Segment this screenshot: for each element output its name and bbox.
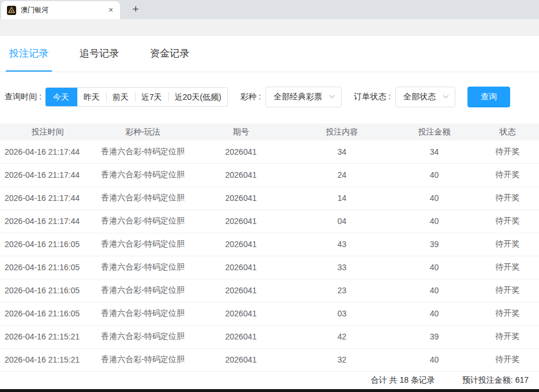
order-status-value: 全部状态 bbox=[403, 92, 436, 102]
summary-bar: 合计 共 18 条记录 预计投注金额: 617 bbox=[0, 372, 539, 390]
cell-bet-time: 2026-04-16 21:15:21 bbox=[0, 348, 95, 371]
table-row: 2026-04-16 21:17:44 香港六合彩-特码定位胆 2026041 … bbox=[0, 186, 539, 210]
col-game-play: 彩种-玩法 bbox=[95, 124, 190, 140]
browser-tab[interactable]: 澳门银河 × bbox=[1, 1, 120, 19]
time-option-last-7-days[interactable]: 近7天 bbox=[135, 88, 169, 106]
lottery-type-value: 全部经典彩票 bbox=[274, 92, 322, 102]
table-row: 2026-04-16 21:16:05 香港六合彩-特码定位胆 2026041 … bbox=[0, 256, 539, 279]
cell-bet-amount: 39 bbox=[392, 325, 476, 348]
cell-status: 待开奖 bbox=[476, 233, 539, 256]
tab-bet-records[interactable]: 投注记录 bbox=[6, 36, 52, 72]
cell-game-play: 香港六合彩-特码定位胆 bbox=[95, 163, 190, 186]
lottery-type-select[interactable]: 全部经典彩票 bbox=[265, 87, 342, 107]
tab-title: 澳门银河 bbox=[21, 5, 106, 15]
cell-issue: 2026041 bbox=[190, 256, 291, 279]
chevron-down-icon bbox=[443, 95, 449, 99]
cell-status: 待开奖 bbox=[476, 279, 539, 302]
cell-bet-time: 2026-04-16 21:16:05 bbox=[0, 279, 95, 302]
tab-chase-records-label: 追号记录 bbox=[80, 47, 119, 60]
col-issue: 期号 bbox=[190, 124, 291, 140]
cell-bet-amount: 34 bbox=[392, 140, 476, 163]
cell-game-play: 香港六合彩-特码定位胆 bbox=[95, 140, 190, 163]
time-option-yesterday[interactable]: 昨天 bbox=[77, 88, 106, 106]
table-body: 2026-04-16 21:17:44 香港六合彩-特码定位胆 2026041 … bbox=[0, 140, 539, 371]
cell-bet-amount: 40 bbox=[392, 279, 476, 302]
cell-game-play: 香港六合彩-特码定位胆 bbox=[95, 186, 190, 210]
site-favicon-icon bbox=[7, 6, 16, 15]
estimated-amount-text: 预计投注金额: 617 bbox=[462, 375, 529, 386]
cell-status: 待开奖 bbox=[476, 163, 539, 186]
bottom-edge-bar bbox=[0, 389, 539, 392]
table-row: 2026-04-16 21:15:21 香港六合彩-特码定位胆 2026041 … bbox=[0, 348, 539, 371]
col-bet-content: 投注内容 bbox=[291, 124, 392, 140]
cell-bet-content: 42 bbox=[291, 325, 392, 348]
cell-issue: 2026041 bbox=[190, 210, 291, 233]
tab-fund-records[interactable]: 资金记录 bbox=[147, 36, 193, 72]
cell-game-play: 香港六合彩-特码定位胆 bbox=[95, 302, 190, 325]
cell-issue: 2026041 bbox=[190, 140, 291, 163]
table-row: 2026-04-16 21:17:44 香港六合彩-特码定位胆 2026041 … bbox=[0, 210, 539, 233]
lottery-type-label: 彩种 : bbox=[240, 92, 261, 102]
cell-issue: 2026041 bbox=[190, 233, 291, 256]
browser-tab-bar: 澳门银河 × + bbox=[0, 0, 539, 19]
cell-bet-amount: 40 bbox=[392, 163, 476, 186]
cell-bet-content: 14 bbox=[291, 186, 392, 210]
cell-game-play: 香港六合彩-特码定位胆 bbox=[95, 325, 190, 348]
time-option-today[interactable]: 今天 bbox=[45, 87, 77, 107]
cell-status: 待开奖 bbox=[476, 256, 539, 279]
cell-bet-content: 33 bbox=[291, 256, 392, 279]
cell-bet-time: 2026-04-16 21:15:21 bbox=[0, 325, 95, 348]
cell-bet-amount: 40 bbox=[392, 348, 476, 371]
table-header: 投注时间 彩种-玩法 期号 投注内容 投注金额 状态 bbox=[0, 124, 539, 140]
browser-toolbar bbox=[0, 19, 539, 36]
cell-bet-time: 2026-04-16 21:16:05 bbox=[0, 302, 95, 325]
cell-status: 待开奖 bbox=[476, 186, 539, 210]
cell-issue: 2026041 bbox=[190, 279, 291, 302]
new-tab-button[interactable]: + bbox=[128, 2, 143, 17]
cell-status: 待开奖 bbox=[476, 325, 539, 348]
cell-bet-content: 24 bbox=[291, 163, 392, 186]
cell-bet-time: 2026-04-16 21:17:44 bbox=[0, 163, 95, 186]
cell-bet-time: 2026-04-16 21:16:05 bbox=[0, 233, 95, 256]
filter-row: 查询时间 : 今天 昨天 前天 近7天 近20天(低频) 彩种 : 全部经典彩票… bbox=[0, 72, 539, 124]
cell-issue: 2026041 bbox=[190, 348, 291, 371]
cell-issue: 2026041 bbox=[190, 302, 291, 325]
chevron-down-icon bbox=[329, 95, 335, 99]
close-icon[interactable]: × bbox=[106, 6, 115, 15]
cell-status: 待开奖 bbox=[476, 140, 539, 163]
cell-bet-amount: 40 bbox=[392, 186, 476, 210]
table-row: 2026-04-16 21:17:44 香港六合彩-特码定位胆 2026041 … bbox=[0, 140, 539, 163]
cell-bet-time: 2026-04-16 21:16:05 bbox=[0, 256, 95, 279]
order-status-select[interactable]: 全部状态 bbox=[395, 87, 455, 107]
order-status-label: 订单状态 : bbox=[354, 92, 391, 102]
table-row: 2026-04-16 21:16:05 香港六合彩-特码定位胆 2026041 … bbox=[0, 233, 539, 256]
cell-issue: 2026041 bbox=[190, 325, 291, 348]
cell-game-play: 香港六合彩-特码定位胆 bbox=[95, 256, 190, 279]
cell-bet-content: 34 bbox=[291, 140, 392, 163]
tab-bet-records-label: 投注记录 bbox=[9, 47, 48, 60]
query-button[interactable]: 查询 bbox=[467, 87, 510, 107]
cell-game-play: 香港六合彩-特码定位胆 bbox=[95, 233, 190, 256]
cell-bet-amount: 40 bbox=[392, 302, 476, 325]
total-records-text: 合计 共 18 条记录 bbox=[371, 375, 435, 386]
cell-status: 待开奖 bbox=[476, 210, 539, 233]
cell-game-play: 香港六合彩-特码定位胆 bbox=[95, 210, 190, 233]
table-row: 2026-04-16 21:16:05 香港六合彩-特码定位胆 2026041 … bbox=[0, 279, 539, 302]
cell-game-play: 香港六合彩-特码定位胆 bbox=[95, 348, 190, 371]
cell-bet-time: 2026-04-16 21:17:44 bbox=[0, 140, 95, 163]
cell-bet-amount: 40 bbox=[392, 256, 476, 279]
col-bet-amount: 投注金额 bbox=[392, 124, 476, 140]
screen: 澳门银河 × + 投注记录 追号记录 资金记录 查询时间 : 今天 昨天 前天 … bbox=[0, 0, 539, 392]
time-option-last-20-days[interactable]: 近20天(低频) bbox=[169, 88, 228, 106]
cell-bet-content: 03 bbox=[291, 302, 392, 325]
bet-records-table: 投注时间 彩种-玩法 期号 投注内容 投注金额 状态 2026-04-16 21… bbox=[0, 124, 539, 372]
table-row: 2026-04-16 21:15:21 香港六合彩-特码定位胆 2026041 … bbox=[0, 325, 539, 348]
table-row: 2026-04-16 21:17:44 香港六合彩-特码定位胆 2026041 … bbox=[0, 163, 539, 186]
time-option-day-before[interactable]: 前天 bbox=[106, 88, 135, 106]
cell-bet-amount: 39 bbox=[392, 233, 476, 256]
cell-bet-content: 43 bbox=[291, 233, 392, 256]
cell-bet-time: 2026-04-16 21:17:44 bbox=[0, 186, 95, 210]
tab-chase-records[interactable]: 追号记录 bbox=[76, 36, 122, 72]
cell-status: 待开奖 bbox=[476, 348, 539, 371]
cell-bet-amount: 40 bbox=[392, 210, 476, 233]
